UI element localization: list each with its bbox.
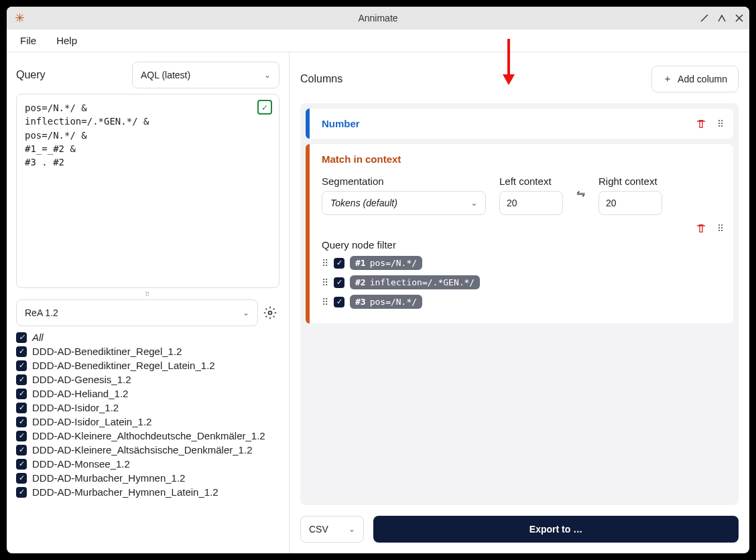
menubar: File Help	[7, 29, 749, 52]
corpus-item[interactable]: ✓DDD-AD-Murbacher_Hymnen_1.2	[16, 471, 279, 485]
app-logo-icon: ✳	[15, 11, 25, 25]
chevron-down-icon: ⌄	[243, 308, 249, 318]
left-context-input[interactable]: 20	[499, 191, 563, 215]
plus-icon: ＋	[663, 73, 672, 85]
checkbox-icon[interactable]: ✓	[334, 277, 344, 288]
drag-handle-icon[interactable]: ⠿	[717, 223, 722, 234]
left-panel: Query AQL (latest) ⌄ pos=/N.*/ & inflect…	[7, 52, 290, 553]
window-controls	[700, 13, 744, 23]
card-stripe	[306, 144, 310, 324]
main-content: Query AQL (latest) ⌄ pos=/N.*/ & inflect…	[7, 52, 749, 553]
card-stripe	[306, 109, 310, 139]
corpus-item[interactable]: ✓DDD-AD-Kleinere_Altsächsische_Denkmäler…	[16, 443, 279, 457]
checkbox-icon[interactable]: ✓	[16, 389, 27, 399]
corpus-item[interactable]: ✓DDD-AD-Benediktiner_Regel_1.2	[16, 344, 279, 358]
gear-icon[interactable]	[263, 306, 279, 320]
checkbox-icon[interactable]: ✓	[16, 417, 27, 427]
chevron-down-icon: ⌄	[470, 198, 477, 208]
resize-handle[interactable]: ⠿	[16, 291, 279, 298]
left-context-label: Left context	[499, 176, 563, 187]
minimize-button[interactable]	[700, 13, 709, 23]
maximize-button[interactable]	[717, 13, 727, 23]
checkbox-icon[interactable]: ✓	[334, 258, 344, 269]
segmentation-select[interactable]: Tokens (default) ⌄	[322, 191, 486, 215]
right-context-input[interactable]: 20	[598, 191, 662, 215]
checkbox-icon[interactable]: ✓	[16, 487, 27, 498]
query-valid-icon: ✓	[257, 100, 272, 115]
checkbox-icon[interactable]: ✓	[16, 346, 27, 357]
checkbox-icon[interactable]: ✓	[16, 360, 27, 371]
corpus-select-value: ReA 1.2	[25, 307, 58, 318]
checkbox-icon[interactable]: ✓	[16, 374, 27, 385]
checkbox-icon[interactable]: ✓	[16, 403, 27, 413]
query-label: Query	[16, 69, 46, 81]
qnf-chip: #1pos=/N.*/	[350, 256, 422, 270]
menu-file[interactable]: File	[20, 35, 36, 46]
corpus-item[interactable]: ✓DDD-AD-Murbacher_Hymnen_Latein_1.2	[16, 485, 279, 499]
right-panel: Columns ＋ Add column Number ⠿	[290, 52, 749, 553]
link-icon[interactable]: ⇋	[576, 187, 585, 200]
column-card-number: Number ⠿	[306, 109, 733, 139]
query-textarea[interactable]: pos=/N.*/ & inflection=/.*GEN.*/ & pos=/…	[16, 94, 279, 288]
qnf-chip: #3pos=/N.*/	[350, 295, 422, 309]
svg-point-0	[269, 311, 272, 315]
checkbox-icon[interactable]: ✓	[334, 297, 344, 307]
corpus-item[interactable]: ✓DDD-AD-Genesis_1.2	[16, 372, 279, 387]
columns-cards: Number ⠿ Match in context	[300, 103, 739, 505]
card-title: Match in context	[322, 153, 401, 165]
app-window: ✳ Annimate File Help Query AQL (latest) …	[7, 7, 749, 553]
qnf-chip: #2inflection=/.*GEN.*/	[350, 275, 480, 289]
corpus-item[interactable]: ✓DDD-AD-Isidor_Latein_1.2	[16, 415, 279, 429]
export-button[interactable]: Export to …	[373, 516, 739, 543]
trash-icon[interactable]	[696, 119, 706, 129]
menu-help[interactable]: Help	[56, 35, 77, 46]
corpus-item[interactable]: ✓DDD-AD-Heliand_1.2	[16, 387, 279, 401]
checkbox-icon[interactable]: ✓	[16, 459, 27, 470]
corpus-list: ✓ All ✓DDD-AD-Benediktiner_Regel_1.2 ✓DD…	[16, 330, 279, 553]
query-language-value: AQL (latest)	[141, 70, 190, 80]
close-button[interactable]	[735, 13, 744, 23]
query-language-select[interactable]: AQL (latest) ⌄	[132, 62, 279, 88]
corpus-all[interactable]: ✓ All	[16, 330, 279, 344]
qnf-item: ⠿ ✓ #2inflection=/.*GEN.*/	[322, 275, 722, 289]
segmentation-label: Segmentation	[322, 176, 486, 187]
drag-handle-icon[interactable]: ⠿	[322, 297, 328, 307]
chevron-down-icon: ⌄	[349, 524, 355, 534]
card-title: Number	[322, 118, 360, 129]
window-title: Annimate	[7, 13, 749, 23]
checkbox-icon[interactable]: ✓	[16, 473, 27, 484]
titlebar: ✳ Annimate	[7, 7, 749, 29]
qnf-item: ⠿ ✓ #1pos=/N.*/	[322, 256, 722, 270]
columns-label: Columns	[300, 73, 342, 85]
corpus-item[interactable]: ✓DDD-AD-Isidor_1.2	[16, 401, 279, 415]
corpus-select[interactable]: ReA 1.2 ⌄	[16, 299, 258, 326]
add-column-button[interactable]: ＋ Add column	[651, 66, 739, 92]
drag-handle-icon[interactable]: ⠿	[322, 277, 328, 288]
checkbox-icon[interactable]: ✓	[16, 431, 27, 441]
chevron-down-icon: ⌄	[264, 70, 271, 80]
right-context-label: Right context	[598, 176, 662, 187]
qnf-item: ⠿ ✓ #3pos=/N.*/	[322, 295, 722, 309]
checkbox-icon[interactable]: ✓	[16, 332, 27, 343]
drag-handle-icon[interactable]: ⠿	[322, 258, 328, 269]
corpus-item[interactable]: ✓DDD-AD-Monsee_1.2	[16, 457, 279, 471]
query-node-filter-label: Query node filter	[322, 239, 722, 251]
trash-icon[interactable]	[696, 223, 706, 234]
export-format-select[interactable]: CSV ⌄	[300, 516, 364, 543]
column-card-match: Match in context Segmentation Tokens (de…	[306, 144, 733, 324]
drag-handle-icon[interactable]: ⠿	[717, 119, 722, 129]
corpus-item[interactable]: ✓DDD-AD-Kleinere_Althochdeutsche_Denkmäl…	[16, 429, 279, 443]
corpus-item[interactable]: ✓DDD-AD-Benediktiner_Regel_Latein_1.2	[16, 358, 279, 372]
checkbox-icon[interactable]: ✓	[16, 445, 27, 456]
